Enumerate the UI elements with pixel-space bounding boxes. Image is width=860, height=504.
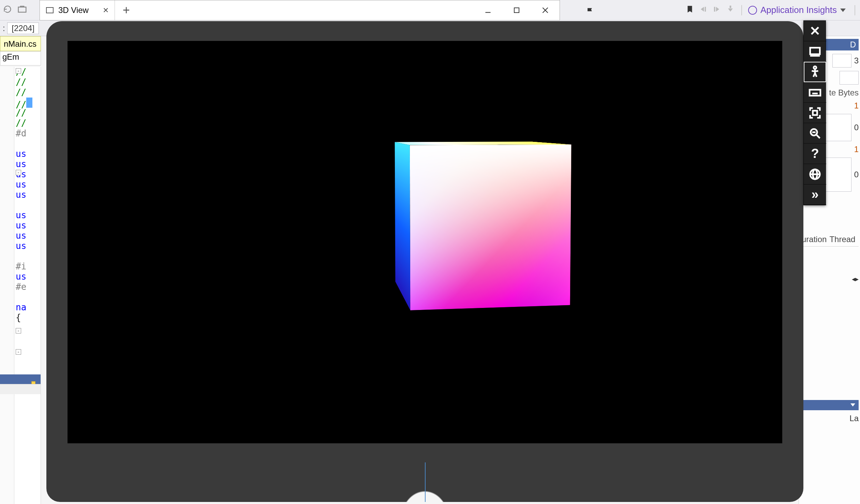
svg-rect-2 xyxy=(714,7,715,12)
step-back-icon[interactable] xyxy=(698,4,708,16)
code-comment: // xyxy=(16,108,26,118)
step-into-icon[interactable] xyxy=(726,4,735,16)
fold-toggle[interactable]: - xyxy=(16,349,21,355)
code-using: us xyxy=(16,159,26,169)
caret-highlight xyxy=(26,98,32,108)
application-insights-label: Application Insights xyxy=(760,5,837,15)
window-icon xyxy=(46,7,54,13)
search-zoom-icon xyxy=(808,127,821,140)
fold-toggle[interactable]: - xyxy=(16,170,21,175)
simulator-dev-toolbar: ✕ ? » xyxy=(803,20,826,205)
keyboard-icon xyxy=(808,86,821,99)
expand-more-icon: » xyxy=(811,187,818,202)
viewer-tab[interactable]: 3D View × xyxy=(40,0,115,20)
svg-line-19 xyxy=(817,135,820,138)
code-using: us xyxy=(16,231,26,241)
horizontal-scrollbar[interactable] xyxy=(0,384,41,394)
toolbar-close-button[interactable]: ✕ xyxy=(804,21,826,41)
col-last: La xyxy=(849,414,859,423)
viewer-tab-title: 3D View xyxy=(58,5,89,15)
new-tab-button[interactable]: + xyxy=(115,0,138,20)
code-comment: // xyxy=(16,77,26,87)
bookmark-icon[interactable] xyxy=(685,4,694,17)
code-brace: { xyxy=(16,312,21,322)
code-comment: // xyxy=(16,87,26,98)
svg-point-10 xyxy=(814,66,816,69)
svg-rect-0 xyxy=(18,7,26,12)
code-using: us xyxy=(16,190,26,200)
toolbar-zoom-button[interactable] xyxy=(804,123,826,144)
toolbar-help-button[interactable]: ? xyxy=(804,144,826,164)
help-icon: ? xyxy=(811,146,819,161)
diag-value-3: 3 xyxy=(854,56,859,66)
code-using: us xyxy=(16,241,26,251)
diag-input[interactable] xyxy=(840,71,859,85)
panel-scroll-hint: ◂▸ xyxy=(852,275,859,283)
step-over-icon[interactable] xyxy=(712,4,721,16)
svg-rect-5 xyxy=(514,8,519,13)
file-tab-main[interactable]: nMain.cs xyxy=(0,36,41,51)
toolbar-display-button[interactable] xyxy=(804,41,826,62)
code-comment: // xyxy=(16,118,26,128)
events-grid-header: uration Thread xyxy=(800,233,859,247)
toolbar-fit-button[interactable] xyxy=(804,103,826,123)
toolbar-more-button[interactable]: » xyxy=(804,185,826,205)
divider-icon xyxy=(741,5,742,15)
toolbar-left-icons xyxy=(3,4,27,16)
fit-to-view-icon xyxy=(808,106,821,119)
code-editor[interactable]: - // // // // // // #d - us us us us us … xyxy=(0,67,41,504)
desktop-icon xyxy=(808,45,821,58)
chevron-down-icon xyxy=(840,9,846,12)
flag-icon[interactable] xyxy=(585,5,595,15)
hmd-simulator-frame xyxy=(46,21,803,502)
editor-tabs: nMain.cs gEm xyxy=(0,36,41,66)
close-icon: ✕ xyxy=(809,24,820,39)
refresh-icon[interactable] xyxy=(3,4,12,16)
render-viewport[interactable] xyxy=(68,41,782,443)
diagnostics-header-d: D xyxy=(850,39,856,51)
code-using: us xyxy=(16,149,26,159)
col-thread[interactable]: Thread xyxy=(829,235,855,244)
viewer-window-chrome: 3D View × + xyxy=(40,0,560,20)
panel-splitter-header[interactable] xyxy=(800,400,859,410)
window-maximize-button[interactable] xyxy=(502,0,531,20)
rgb-cube-render xyxy=(388,141,563,292)
toolbar-body-button[interactable] xyxy=(804,62,826,82)
diag-input[interactable] xyxy=(832,54,851,68)
window-close-button[interactable] xyxy=(531,0,560,20)
web-globe-icon xyxy=(808,168,821,181)
bytes-label: te Bytes xyxy=(829,88,859,98)
code-preproc: #d xyxy=(16,128,26,139)
diag-value-0: 0 xyxy=(854,123,859,132)
line-number-gutter xyxy=(0,67,14,504)
chevron-down-icon xyxy=(850,403,855,406)
toolbar-web-button[interactable] xyxy=(804,164,826,185)
tab-close-icon[interactable]: × xyxy=(103,5,109,16)
window-minimize-button[interactable] xyxy=(474,0,502,20)
fold-toggle[interactable]: - xyxy=(16,68,21,74)
diag-value-1b: 1 xyxy=(854,145,859,154)
svg-rect-1 xyxy=(705,7,706,12)
col-duration[interactable]: uration xyxy=(802,235,827,244)
svg-rect-8 xyxy=(810,47,820,54)
code-namespace: na xyxy=(16,302,26,312)
fold-toggle[interactable]: - xyxy=(16,328,21,333)
diag-value-0b: 0 xyxy=(854,170,859,179)
svg-rect-17 xyxy=(813,111,817,115)
member-combo[interactable]: gEm xyxy=(0,51,41,66)
code-preproc: #e xyxy=(16,282,26,292)
hmd-center-line xyxy=(425,462,426,502)
body-tracking-icon xyxy=(808,66,821,78)
application-insights-dropdown[interactable]: Application Insights xyxy=(748,5,848,15)
lightbulb-icon xyxy=(748,6,757,15)
code-using: us xyxy=(16,179,26,190)
code-using: us xyxy=(16,220,26,231)
code-using: us xyxy=(16,271,26,282)
svg-rect-3 xyxy=(730,5,731,8)
toolbar-keyboard-button[interactable] xyxy=(804,82,826,103)
divider-icon xyxy=(855,5,855,15)
process-selector[interactable]: [2204] xyxy=(7,23,39,34)
code-preproc: #i xyxy=(16,261,26,271)
toolbox-icon[interactable] xyxy=(17,4,27,16)
diag-value-1: 1 xyxy=(854,101,859,111)
